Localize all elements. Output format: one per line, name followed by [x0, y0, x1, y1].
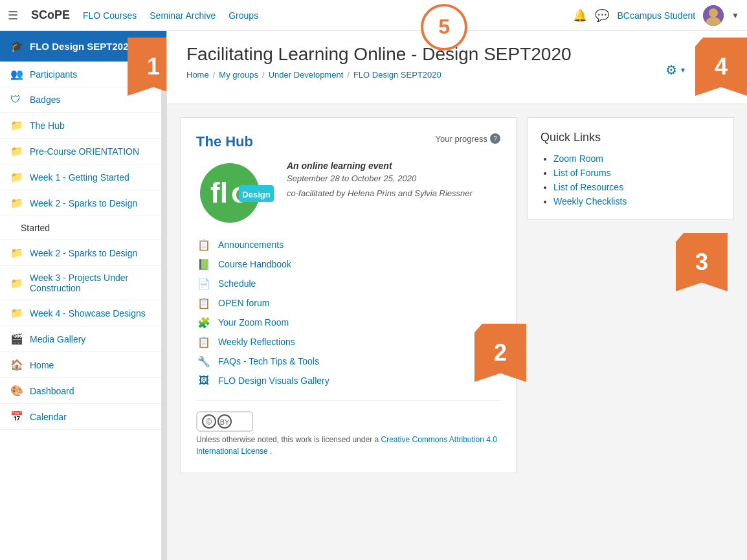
sidebar-scrollbar[interactable] — [161, 31, 166, 560]
settings-button[interactable]: ⚙ — [665, 62, 677, 78]
svg-text:BY: BY — [220, 418, 230, 426]
week3-icon: 📁 — [10, 277, 23, 289]
user-dropdown-arrow[interactable]: ▼ — [731, 11, 739, 20]
hub-footer: © BY Unless otherwise noted, this work i… — [196, 400, 500, 457]
calendar-icon: 📅 — [10, 410, 23, 423]
sidebar-item-week4[interactable]: 📁 Week 4 - Showcase Designs — [0, 300, 166, 326]
quick-links-list: Zoom Room List of Forums List of Resourc… — [541, 153, 720, 207]
badges-icon: 🛡 — [10, 94, 23, 106]
hub-link-visuals-gallery[interactable]: 🖼 FLO Design Visuals Gallery — [196, 374, 500, 387]
hub-link-zoom-room[interactable]: 🧩 Your Zoom Room — [196, 316, 500, 329]
quick-link-item-zoom-room[interactable]: Zoom Room — [553, 153, 720, 164]
nav-seminar-archive[interactable]: Seminar Archive — [150, 10, 216, 21]
quick-links-box: Quick Links Zoom Room List of Forums Lis… — [527, 117, 734, 220]
visuals-gallery-icon: 🖼 — [196, 374, 212, 387]
sidebar-item-badges[interactable]: 🛡 Badges — [0, 87, 166, 113]
faqs-icon: 🔧 — [196, 355, 212, 368]
reflections-link[interactable]: Weekly Reflections — [218, 337, 295, 347]
visuals-gallery-link[interactable]: FLO Design Visuals Gallery — [218, 375, 329, 386]
avatar[interactable] — [703, 5, 724, 26]
breadcrumb-current[interactable]: FLO Design SEPT2020 — [353, 70, 441, 80]
hub-link-faqs[interactable]: 🔧 FAQs - Tech Tips & Tools — [196, 355, 500, 368]
sidebar-item-week2c[interactable]: 📁 Week 2 - Sparks to Design — [0, 240, 166, 266]
breadcrumb-my-groups[interactable]: My groups — [219, 70, 258, 80]
hamburger-menu[interactable]: ☰ — [8, 8, 18, 23]
dashboard-icon: 🎨 — [10, 385, 23, 397]
main-layout: 🎓 FLO Design SEPT2020 1 👥 Participants 🛡… — [0, 31, 747, 560]
sidebar-item-the-hub[interactable]: 📁 The Hub — [0, 113, 166, 139]
open-forum-link[interactable]: OPEN forum — [218, 298, 269, 308]
step-1-badge: 1 — [128, 38, 167, 96]
hub-facilitators: co-facilitated by Helena Prins and Sylvi… — [287, 188, 473, 198]
week1-icon: 📁 — [10, 171, 23, 183]
step-2-badge: 2 — [474, 324, 526, 382]
home-label: Home — [30, 360, 54, 370]
sidebar-item-calendar[interactable]: 📅 Calendar — [0, 404, 166, 430]
sidebar-course-header[interactable]: 🎓 FLO Design SEPT2020 1 — [0, 31, 166, 62]
handbook-link[interactable]: Course Handbook — [218, 259, 291, 269]
breadcrumb-under-development[interactable]: Under Development — [269, 70, 344, 80]
pre-course-icon: 📁 — [10, 145, 23, 157]
hub-top-row: The Hub Your progress ? — [196, 133, 500, 161]
chat-icon[interactable]: 💬 — [595, 8, 609, 23]
step-3-badge: 3 — [676, 233, 728, 291]
faqs-link[interactable]: FAQs - Tech Tips & Tools — [218, 356, 319, 366]
notification-icon[interactable]: 🔔 — [573, 8, 587, 23]
hub-link-reflections[interactable]: 📋 Weekly Reflections — [196, 335, 500, 348]
weekly-checklists-link[interactable]: Weekly Checklists — [553, 196, 627, 207]
page-title: Facilitating Learning Online - Design SE… — [186, 44, 572, 65]
announcements-link[interactable]: Announcements — [218, 240, 284, 250]
hub-event-title: An online learning event — [287, 161, 473, 171]
sidebar-item-home[interactable]: 🏠 Home — [0, 352, 166, 378]
media-gallery-label: Media Gallery — [30, 334, 85, 344]
hub-panel: The Hub Your progress ? fl — [180, 117, 517, 473]
handbook-icon: 📗 — [196, 258, 212, 271]
quick-link-item-forums[interactable]: List of Forums — [553, 168, 720, 178]
week4-icon: 📁 — [10, 307, 23, 319]
media-gallery-icon: 🎬 — [10, 333, 23, 345]
hub-link-schedule[interactable]: 📄 Schedule — [196, 277, 500, 290]
settings-dropdown-arrow[interactable]: ▾ — [681, 65, 685, 74]
hub-link-handbook[interactable]: 📗 Course Handbook — [196, 258, 500, 271]
hub-link-open-forum[interactable]: 📋 OPEN forum — [196, 297, 500, 309]
sidebar-item-week3[interactable]: 📁 Week 3 - Projects Under Construction — [0, 266, 166, 300]
hub-folder-icon: 📁 — [10, 119, 23, 131]
username-link[interactable]: BCcampus Student — [617, 10, 695, 21]
topnav-right: 🔔 💬 BCcampus Student ▼ — [573, 5, 739, 26]
sidebar-item-week2a[interactable]: 📁 Week 2 - Sparks to Design — [0, 190, 166, 216]
top-navigation: ☰ SCoPE FLO Courses Seminar Archive Grou… — [0, 0, 747, 31]
sidebar-item-started[interactable]: Started — [0, 216, 166, 240]
hub-top: fl o Design An online learning event Sep… — [196, 161, 500, 225]
sidebar-item-dashboard[interactable]: 🎨 Dashboard — [0, 378, 166, 404]
week2c-icon: 📁 — [10, 247, 23, 259]
cc-logo: © BY — [196, 411, 500, 434]
progress-question-icon[interactable]: ? — [490, 133, 500, 144]
quick-links-title: Quick Links — [541, 131, 720, 144]
reflections-icon: 📋 — [196, 335, 212, 348]
schedule-link[interactable]: Schedule — [218, 278, 256, 289]
calendar-label: Calendar — [30, 412, 67, 422]
nav-groups[interactable]: Groups — [229, 10, 258, 21]
list-of-forums-link[interactable]: List of Forums — [553, 168, 611, 178]
sidebar-course-title: FLO Design SEPT2020 — [30, 41, 134, 52]
open-forum-icon: 📋 — [196, 297, 212, 309]
zoom-room-quick-link[interactable]: Zoom Room — [553, 153, 603, 164]
week3-label: Week 3 - Projects Under Construction — [30, 273, 156, 293]
hub-link-announcements[interactable]: 📋 Announcements — [196, 238, 500, 251]
zoom-room-icon: 🧩 — [196, 316, 212, 329]
quick-link-item-resources[interactable]: List of Resources — [553, 182, 720, 192]
sidebar-item-media-gallery[interactable]: 🎬 Media Gallery — [0, 326, 166, 352]
nav-flo-courses[interactable]: FLO Courses — [83, 10, 137, 21]
svg-text:©: © — [206, 418, 212, 427]
course-header-icon: 🎓 — [10, 40, 23, 52]
announcements-icon: 📋 — [196, 238, 212, 251]
schedule-icon: 📄 — [196, 277, 212, 290]
quick-link-item-checklists[interactable]: Weekly Checklists — [553, 196, 720, 207]
sidebar-item-week1[interactable]: 📁 Week 1 - Getting Started — [0, 164, 166, 190]
sidebar-item-pre-course[interactable]: 📁 Pre-Course ORIENTATION — [0, 139, 166, 164]
zoom-room-link[interactable]: Your Zoom Room — [218, 317, 289, 328]
svg-text:Design: Design — [242, 190, 270, 199]
breadcrumb-home[interactable]: Home — [186, 70, 209, 80]
participants-label: Participants — [30, 69, 77, 80]
list-of-resources-link[interactable]: List of Resources — [553, 182, 623, 192]
